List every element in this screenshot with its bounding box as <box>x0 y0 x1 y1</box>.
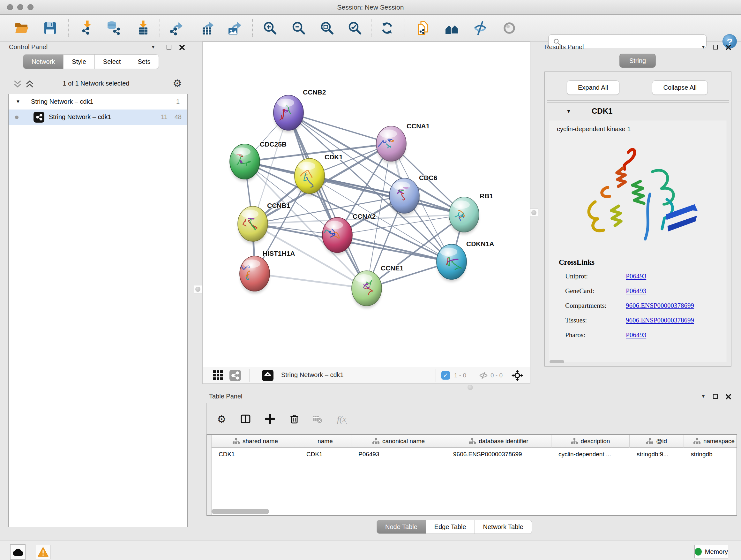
tab-sets[interactable]: Sets <box>129 54 159 69</box>
column-header-shared-name[interactable]: shared name <box>212 435 299 448</box>
results-entry-header[interactable]: ▼ CDK1 <box>547 103 729 120</box>
node-label-CDKN1A: CDKN1A <box>466 240 494 247</box>
toolbar-button-show-all[interactable] <box>500 19 519 37</box>
crosslink-row: Tissues: 9606.ENSP00000378699 <box>559 316 595 325</box>
zoom-selected-icon <box>347 20 362 36</box>
toolbar-button-zoom-out[interactable] <box>289 19 308 37</box>
warning-icon <box>38 547 49 557</box>
warning-button[interactable] <box>36 545 51 559</box>
table-panel-close-icon[interactable] <box>724 393 732 400</box>
tab-edge-table[interactable]: Edge Table <box>426 520 475 534</box>
network-node-RB1[interactable]: RB1 <box>449 192 493 234</box>
open-in-new-window-icon[interactable] <box>262 370 273 382</box>
toolbar-button-apply-preferred-layout[interactable] <box>378 19 396 37</box>
tab-style[interactable]: Style <box>64 54 94 69</box>
network-edge-CCNA2-CDKN1A[interactable] <box>337 235 452 262</box>
network-canvas[interactable]: CCNB2 CCNA1 CDC25B CDK1 CDC6 <box>203 42 530 367</box>
network-edge-HIST1H1A-CCNE1[interactable] <box>255 273 367 288</box>
toolbar-button-zoom-fit-content[interactable] <box>318 19 336 37</box>
tree-row-network[interactable]: String Network – cdk1 11 48 <box>9 110 187 125</box>
save-session-icon <box>43 20 58 36</box>
toolbar-button-clone-network[interactable] <box>414 19 433 37</box>
network-node-CCNB2[interactable]: CCNB2 <box>273 88 326 132</box>
tab-node-table[interactable]: Node Table <box>377 520 426 534</box>
table-toolbar-create-column-button[interactable] <box>261 410 279 428</box>
tab-string[interactable]: String <box>619 54 656 68</box>
bottom-splitter-handle[interactable] <box>468 385 473 390</box>
column-header-canonical-name[interactable]: canonical name <box>351 435 446 448</box>
table-toolbar-table-settings-button[interactable]: ⚙ <box>213 410 230 428</box>
crosslink-link[interactable]: 9606.ENSP00000378699 <box>626 316 694 324</box>
crosshair-move-icon[interactable] <box>512 370 523 382</box>
results-buttons-box: Expand All Collapse All <box>547 74 729 101</box>
network-edge-CCNB2-CCNE1[interactable] <box>288 113 367 288</box>
table-panel: Table Panel ▼ ⚙ f(x) shared name name ca… <box>204 390 741 535</box>
control-panel-float-icon[interactable] <box>166 44 174 51</box>
results-scrollbar-thumb[interactable] <box>549 360 564 363</box>
node-label-CCNE1: CCNE1 <box>381 264 404 272</box>
toolbar-button-import-table-from-file[interactable] <box>133 19 151 37</box>
crosslink-label: Tissues: <box>565 316 587 324</box>
column-header-name[interactable]: name <box>299 435 351 448</box>
cloud-status-button[interactable] <box>10 544 25 560</box>
tab-network[interactable]: Network <box>23 54 64 69</box>
network-node-CCNA1[interactable]: CCNA1 <box>376 122 430 164</box>
toolbar-button-import-network-from-file[interactable] <box>77 19 96 37</box>
column-header-database-identifier[interactable]: database identifier <box>446 435 551 448</box>
collapse-all-button[interactable]: Collapse All <box>652 80 708 95</box>
crosslink-link[interactable]: P06493 <box>626 272 646 280</box>
tree-disclosure-icon[interactable]: ▼ <box>16 99 20 104</box>
table-row[interactable]: CDK1CDK1P064939606.ENSP00000378699cyclin… <box>212 448 737 461</box>
network-node-CDKN1A[interactable]: CDKN1A <box>436 240 494 282</box>
string-share-badge-icon[interactable] <box>229 370 241 382</box>
control-panel-collapse-icon[interactable]: ▼ <box>149 44 157 51</box>
tree-row-collection[interactable]: ▼ String Network – cdk1 1 <box>9 94 187 110</box>
toolbar-button-zoom-in[interactable] <box>261 19 279 37</box>
crosslink-link[interactable]: P06493 <box>626 331 646 339</box>
toolbar-button-save-session[interactable] <box>41 19 59 37</box>
table-toolbar-function-builder-button[interactable]: f(x) <box>333 410 351 428</box>
table-scrollbar-thumb[interactable] <box>212 509 269 514</box>
entry-gene-name: CDK1 <box>592 107 612 116</box>
column-header-namespace[interactable]: namespace <box>684 435 737 448</box>
memory-button[interactable]: Memory <box>694 545 728 558</box>
expand-all-button[interactable]: Expand All <box>567 80 619 95</box>
toolbar-button-open-session[interactable] <box>12 19 31 37</box>
column-header-description[interactable]: description <box>551 435 630 448</box>
results-panel-collapse-icon[interactable]: ▼ <box>699 44 707 51</box>
toolbar-button-zoom-selected[interactable] <box>346 19 364 37</box>
table-toolbar-delete-table-button[interactable] <box>309 410 326 428</box>
control-panel-close-icon[interactable] <box>178 44 186 51</box>
results-panel-close-icon[interactable] <box>724 44 732 51</box>
crosslink-link[interactable]: P06493 <box>626 287 646 295</box>
table-cell: CDK1 <box>212 448 299 461</box>
table-panel-collapse-icon[interactable]: ▼ <box>699 393 707 400</box>
toolbar-button-export-image[interactable] <box>224 19 242 37</box>
toolbar-button-string-home[interactable] <box>443 19 461 37</box>
results-panel-float-icon[interactable] <box>713 44 721 51</box>
delete-columns-icon <box>289 414 299 424</box>
hidden-eye-slash-icon[interactable] <box>479 372 488 381</box>
tab-network-table[interactable]: Network Table <box>475 520 532 534</box>
column-type-icon <box>469 438 476 444</box>
toolbar-button-export-network[interactable] <box>166 19 185 37</box>
toolbar-button-export-table[interactable] <box>197 19 215 37</box>
table-panel-float-icon[interactable] <box>713 393 721 400</box>
column-header--id[interactable]: @id <box>630 435 684 448</box>
left-splitter-handle[interactable] <box>194 285 202 294</box>
network-options-gear-icon[interactable]: ⚙ <box>173 77 182 89</box>
network-node-CDK1[interactable]: CDK1 <box>294 153 343 196</box>
crosslink-label: Pharos: <box>565 331 585 339</box>
tab-select[interactable]: Select <box>95 54 130 69</box>
network-edge-CCNB2-CCNA1[interactable] <box>288 113 391 144</box>
table-toolbar-delete-columns-button[interactable] <box>286 410 303 428</box>
crosslink-link[interactable]: 9606.ENSP00000378699 <box>626 302 694 310</box>
toolbar-button-import-network-from-database[interactable] <box>104 19 122 37</box>
network-node-HIST1H1A[interactable]: HIST1H1A <box>240 250 295 294</box>
toolbar-button-hide-selected[interactable] <box>471 19 489 37</box>
selected-checkbox[interactable]: ✓ <box>441 371 450 380</box>
table-toolbar-show-columns-button[interactable] <box>237 410 254 428</box>
entry-collapse-caret-icon[interactable]: ▼ <box>566 109 571 114</box>
tree-collection-label: String Network – cdk1 <box>31 98 93 105</box>
grid-icon[interactable] <box>213 370 223 381</box>
